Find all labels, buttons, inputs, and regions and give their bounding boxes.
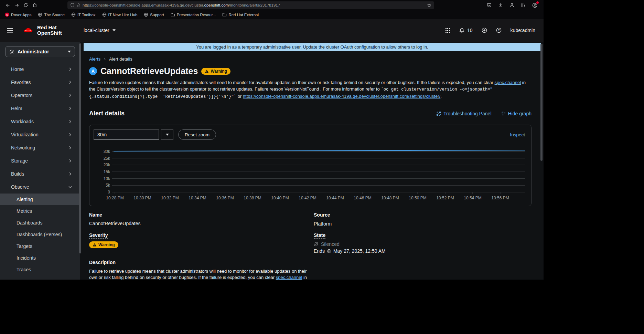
home-button[interactable] <box>30 1 39 9</box>
sidebar-item-helm[interactable]: Helm <box>0 102 80 115</box>
alert-resource-icon: A <box>89 67 97 75</box>
brand-line-1: Red Hat <box>37 25 62 31</box>
description-cell: Description Failure to retrieve updates … <box>89 259 314 280</box>
profile-icon[interactable] <box>530 1 539 9</box>
reset-zoom-button[interactable]: Reset zoom <box>178 129 216 140</box>
alert-graph-card: Reset zoom Inspect 30k25k20k15k10k5k010:… <box>89 125 532 206</box>
masthead: Red Hat OpenShift local-cluster 10 ? kub… <box>0 19 544 42</box>
library-icon[interactable] <box>519 1 527 9</box>
bookmark-item[interactable]: The Source <box>38 12 64 17</box>
globe-icon <box>71 12 76 17</box>
section-actions: Troubleshooting Panel Hide graph <box>436 111 532 116</box>
downloads-icon[interactable] <box>496 1 505 9</box>
severity-cell: Severity Warning <box>89 232 314 254</box>
sidebar-item-virtualization[interactable]: Virtualization <box>0 128 80 141</box>
bell-icon <box>459 28 464 33</box>
svg-text:15k: 15k <box>104 169 110 174</box>
sidebar-item-observe[interactable]: Observe <box>0 180 80 194</box>
account-icon[interactable] <box>508 1 516 9</box>
svg-text:25k: 25k <box>104 156 110 161</box>
sidebar-item-metrics[interactable]: Metrics <box>0 205 80 217</box>
sidebar-item-traces[interactable]: Traces <box>0 264 80 275</box>
sidebar-item-incidents[interactable]: Incidents <box>0 252 80 264</box>
svg-text:10:46 PM: 10:46 PM <box>354 196 371 200</box>
spec-channel-link[interactable]: spec.channel <box>276 275 302 280</box>
svg-text:10:54 PM: 10:54 PM <box>464 196 481 200</box>
sidebar-item-builds[interactable]: Builds <box>0 167 80 180</box>
bookmark-label: Rover Apps <box>11 13 31 17</box>
sidebar-item-networking[interactable]: Networking <box>0 141 80 154</box>
sidebar-item-home[interactable]: Home <box>0 63 80 76</box>
sidebar-item-operators[interactable]: Operators <box>0 89 80 102</box>
sidebar-item-dashboards-perses[interactable]: Dashboards (Perses) <box>0 229 80 240</box>
menu-icon[interactable] <box>7 28 13 33</box>
breadcrumb: Alerts › Alert details <box>89 56 544 62</box>
bookmark-item[interactable]: Presentation Resour... <box>171 12 216 17</box>
help-icon[interactable]: ? <box>496 28 502 33</box>
bookmark-item[interactable]: IT Toolbox <box>71 12 96 17</box>
forward-button[interactable] <box>12 1 21 9</box>
paw-icon <box>5 12 9 17</box>
sidebar-item-label: Virtualization <box>11 132 39 137</box>
settings-cluster-link[interactable]: https://console-openshift-console.apps.e… <box>243 94 440 99</box>
inspect-link[interactable]: Inspect <box>510 132 525 137</box>
url-pre: https://console-openshift-console.apps.e… <box>83 3 204 7</box>
bookmark-label: Presentation Resour... <box>177 13 216 17</box>
warning-triangle-icon <box>93 243 97 247</box>
bookmarks-bar: Rover AppsThe SourceIT ToolboxIT New Hir… <box>0 10 544 19</box>
notifications-button[interactable]: 10 <box>459 28 473 33</box>
state-label[interactable]: State <box>314 232 325 239</box>
chevron-right-icon <box>68 94 72 97</box>
sidebar-item-logs[interactable]: Logs <box>0 275 80 280</box>
back-button[interactable] <box>3 1 12 9</box>
sidebar-item-storage[interactable]: Storage <box>0 154 80 167</box>
chevron-right-icon <box>68 67 72 71</box>
troubleshooting-panel-button[interactable]: Troubleshooting Panel <box>436 111 492 116</box>
perspective-switcher[interactable]: Administrator <box>5 46 75 57</box>
browser-window: https://console-openshift-console.apps.e… <box>0 0 544 280</box>
tracking-shield-icon[interactable] <box>70 3 75 8</box>
duration-dropdown-toggle[interactable] <box>161 129 173 140</box>
add-circle-icon[interactable] <box>482 28 487 33</box>
sidebar-item-workloads[interactable]: Workloads <box>0 115 80 128</box>
pocket-icon[interactable] <box>485 1 493 9</box>
app-body: Administrator HomeFavoritesOperatorsHelm… <box>0 42 544 280</box>
severity-label[interactable]: Severity <box>89 232 108 239</box>
bookmark-item[interactable]: Red Hat External <box>222 12 259 17</box>
source-label[interactable]: Source <box>314 212 330 218</box>
lock-icon[interactable] <box>77 3 80 8</box>
bookmark-item[interactable]: Support <box>144 12 164 17</box>
sidebar-item-dashboards[interactable]: Dashboards <box>0 217 80 229</box>
url-input[interactable]: https://console-openshift-console.apps.e… <box>67 1 434 9</box>
oauth-config-link[interactable]: cluster OAuth configuration <box>326 44 380 50</box>
sidebar-item-favorites[interactable]: Favorites <box>0 76 80 89</box>
sidebar-item-alerting[interactable]: Alerting <box>0 194 80 205</box>
breadcrumb-current: Alert details <box>109 56 132 62</box>
svg-text:10:28 PM: 10:28 PM <box>106 196 124 200</box>
spec-channel-link[interactable]: spec.channel <box>495 80 521 85</box>
breadcrumb-alerts-link[interactable]: Alerts <box>89 56 100 62</box>
duration-input[interactable] <box>94 129 159 140</box>
svg-text:?: ? <box>498 29 500 32</box>
banner-text-after: to allow others to log in. <box>380 44 428 50</box>
chevron-right-icon <box>68 120 72 123</box>
app-launcher-icon[interactable] <box>445 28 450 33</box>
svg-text:10:30 PM: 10:30 PM <box>133 196 151 200</box>
perspective-label: Administrator <box>18 49 49 54</box>
reload-button[interactable] <box>21 1 30 9</box>
hide-graph-button[interactable]: Hide graph <box>501 111 532 116</box>
user-menu[interactable]: kube:admin <box>511 28 535 33</box>
cluster-selector[interactable]: local-cluster <box>84 28 116 33</box>
alert-details-header-row: Alert details Troubleshooting Panel Hide… <box>89 110 532 117</box>
bookmark-star-icon[interactable] <box>427 3 431 8</box>
bookmark-label: The Source <box>44 13 64 17</box>
bookmark-item[interactable]: Rover Apps <box>5 12 31 17</box>
masthead-right: 10 ? kube:admin <box>445 28 535 33</box>
sidebar-item-targets[interactable]: Targets <box>0 240 80 252</box>
globe-icon <box>144 12 148 17</box>
bookmark-item[interactable]: IT New Hire Hub <box>102 12 138 17</box>
svg-text:10:52 PM: 10:52 PM <box>436 196 454 200</box>
main-scrollbar[interactable] <box>540 44 543 161</box>
sidebar-item-label: Builds <box>11 171 24 177</box>
chevron-right-icon <box>68 159 72 163</box>
